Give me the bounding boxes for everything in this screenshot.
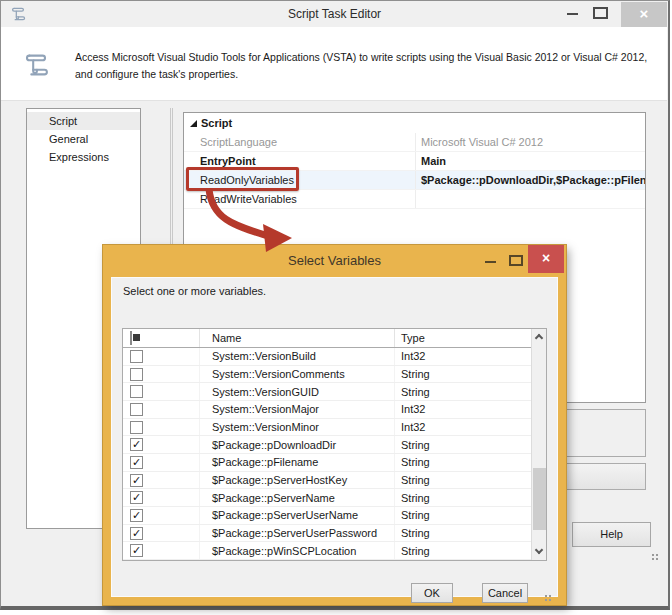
- variable-checkbox[interactable]: [130, 385, 143, 398]
- sidebar-item-expressions[interactable]: Expressions: [27, 148, 140, 166]
- variable-type: String: [395, 456, 531, 468]
- table-header: Name Type: [123, 329, 546, 348]
- property-row[interactable]: ScriptLanguageMicrosoft Visual C# 2012: [184, 133, 645, 152]
- popup-minimize-icon[interactable]: [485, 261, 496, 263]
- popup-resize-grip[interactable]: [544, 594, 553, 603]
- checkbox-cell: ✓: [123, 436, 200, 453]
- variable-checkbox[interactable]: ✓: [130, 491, 143, 504]
- property-value[interactable]: $Package::pDownloadDir,$Package::pFilena…: [416, 171, 645, 189]
- variable-type: String: [395, 509, 531, 521]
- select-all-column: [123, 329, 200, 347]
- scroll-up-button[interactable]: [532, 329, 547, 345]
- category-label: Script: [201, 113, 232, 133]
- variable-checkbox[interactable]: [130, 421, 143, 434]
- variable-row[interactable]: ✓$Package::pServerHostKeyString: [123, 472, 531, 490]
- property-value[interactable]: Microsoft Visual C# 2012: [416, 133, 645, 151]
- variable-row[interactable]: ✓$Package::pServerNameString: [123, 489, 531, 507]
- maximize-button[interactable]: [593, 7, 608, 19]
- variable-name: System::VersionGUID: [200, 383, 395, 400]
- variable-name: System::VersionComments: [200, 366, 395, 383]
- description-line-2: and configure the task's properties.: [75, 66, 661, 83]
- property-name: ScriptLanguage: [184, 133, 416, 151]
- checkbox-cell: [123, 383, 200, 400]
- help-button[interactable]: Help: [572, 522, 651, 547]
- screen: Script Task Editor × Access Microsoft Vi…: [0, 0, 672, 615]
- variable-name: $Package::pServerUserName: [200, 507, 395, 524]
- dialog-description: Access Microsoft Visual Studio Tools for…: [75, 49, 661, 83]
- variable-checkbox[interactable]: ✓: [130, 544, 143, 557]
- variable-type: String: [395, 545, 531, 557]
- annotation-arrow: [180, 186, 310, 258]
- variable-checkbox[interactable]: ✓: [130, 438, 143, 451]
- category-expander-icon[interactable]: [190, 120, 197, 127]
- variable-type: Int32: [395, 421, 531, 433]
- variable-row[interactable]: System::VersionMajorInt32: [123, 401, 531, 419]
- scroll-down-button[interactable]: [532, 544, 547, 560]
- variable-checkbox[interactable]: ✓: [130, 474, 143, 487]
- chevron-down-icon: [535, 546, 543, 554]
- variable-row[interactable]: ✓$Package::pFilenameString: [123, 454, 531, 472]
- popup-titlebar[interactable]: Select Variables ×: [107, 249, 562, 273]
- property-value[interactable]: Main: [416, 152, 645, 170]
- checkbox-cell: ✓: [123, 525, 200, 542]
- variable-row[interactable]: ✓$Package::pServerUserNameString: [123, 507, 531, 525]
- popup-body: Select one or more variables. Name Type …: [111, 277, 558, 597]
- checkbox-cell: ✓: [123, 542, 200, 559]
- variable-type: String: [395, 439, 531, 451]
- name-column-header[interactable]: Name: [200, 329, 395, 347]
- table-scrollbar[interactable]: [531, 329, 546, 560]
- variable-checkbox[interactable]: [130, 368, 143, 381]
- variable-type: String: [395, 386, 531, 398]
- variable-checkbox[interactable]: ✓: [130, 527, 143, 540]
- variable-row[interactable]: ✓$Package::pDownloadDirString: [123, 436, 531, 454]
- variable-type: Int32: [395, 350, 531, 362]
- scrollbar-thumb[interactable]: [533, 468, 546, 530]
- property-value[interactable]: [416, 190, 645, 208]
- property-category-row[interactable]: Script: [184, 113, 645, 133]
- variable-row[interactable]: ✓$Package::pServerUserPasswordString: [123, 525, 531, 543]
- variable-type: String: [395, 474, 531, 486]
- variable-row[interactable]: System::VersionBuildInt32: [123, 348, 531, 366]
- variable-row[interactable]: System::VersionMinorInt32: [123, 419, 531, 437]
- variable-row[interactable]: System::VersionCommentsString: [123, 366, 531, 384]
- minimize-button[interactable]: [563, 5, 583, 23]
- select-all-checkbox[interactable]: [130, 331, 132, 345]
- minimize-icon: [567, 13, 578, 15]
- table-body: System::VersionBuildInt32System::Version…: [123, 348, 531, 560]
- variable-name: System::VersionBuild: [200, 348, 395, 365]
- sidebar-item-script[interactable]: Script: [27, 112, 140, 130]
- titlebar[interactable]: Script Task Editor ×: [1, 1, 668, 27]
- checkbox-cell: ✓: [123, 454, 200, 471]
- variable-name: $Package::pDownloadDir: [200, 436, 395, 453]
- ok-button[interactable]: OK: [411, 583, 453, 603]
- chevron-up-icon: [535, 334, 543, 342]
- variable-row[interactable]: ✓$Package::pWinSCPLocationString: [123, 542, 531, 560]
- select-variables-window: Select Variables × Select one or more va…: [103, 245, 566, 605]
- popup-maximize-button[interactable]: [509, 255, 523, 266]
- description-line-1: Access Microsoft Visual Studio Tools for…: [75, 49, 661, 66]
- variable-checkbox[interactable]: ✓: [130, 456, 143, 469]
- checkbox-cell: [123, 348, 200, 365]
- variable-name: $Package::pServerHostKey: [200, 472, 395, 489]
- variable-name: $Package::pServerName: [200, 489, 395, 506]
- checkbox-cell: ✓: [123, 489, 200, 506]
- variable-row[interactable]: System::VersionGUIDString: [123, 383, 531, 401]
- variable-name: System::VersionMajor: [200, 401, 395, 418]
- checkbox-cell: [123, 419, 200, 436]
- variable-name: System::VersionMinor: [200, 419, 395, 436]
- type-column-header[interactable]: Type: [395, 329, 546, 347]
- close-button[interactable]: ×: [621, 2, 667, 27]
- cancel-button[interactable]: Cancel: [482, 583, 528, 603]
- variable-checkbox[interactable]: [130, 403, 143, 416]
- variable-name: $Package::pWinSCPLocation: [200, 542, 395, 559]
- variable-name: $Package::pFilename: [200, 454, 395, 471]
- variable-checkbox[interactable]: ✓: [130, 509, 143, 522]
- variable-checkbox[interactable]: [130, 350, 143, 363]
- resize-grip[interactable]: [651, 553, 660, 562]
- popup-close-button[interactable]: ×: [528, 245, 564, 273]
- checkbox-cell: [123, 366, 200, 383]
- script-task-icon: [21, 50, 51, 80]
- checkbox-cell: ✓: [123, 472, 200, 489]
- sidebar-item-general[interactable]: General: [27, 130, 140, 148]
- variable-type: String: [395, 368, 531, 380]
